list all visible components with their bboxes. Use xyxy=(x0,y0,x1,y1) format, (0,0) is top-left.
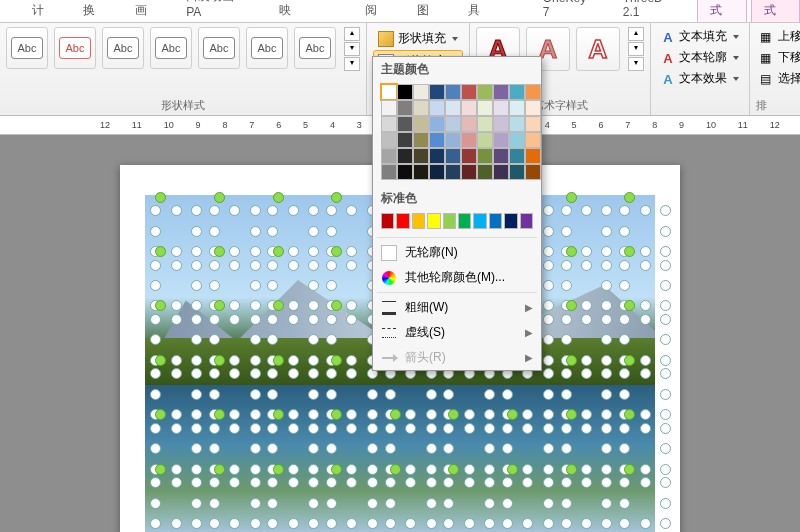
theme-swatch[interactable] xyxy=(397,84,413,100)
theme-swatch[interactable] xyxy=(525,100,541,116)
theme-swatch[interactable] xyxy=(397,100,413,116)
wa-up-icon[interactable]: ▴ xyxy=(628,27,644,41)
theme-swatch[interactable] xyxy=(445,100,461,116)
theme-swatch[interactable] xyxy=(461,164,477,180)
tab-transitions[interactable]: 切换 xyxy=(71,0,118,22)
theme-swatch[interactable] xyxy=(413,84,429,100)
shape-style-1[interactable]: Abc xyxy=(6,27,48,69)
theme-swatch[interactable] xyxy=(397,148,413,164)
tab-format-picture[interactable]: 格式 xyxy=(751,0,800,22)
resize-handle[interactable] xyxy=(660,368,671,379)
theme-swatch[interactable] xyxy=(461,100,477,116)
tab-review[interactable]: 审阅 xyxy=(353,0,400,22)
theme-swatch[interactable] xyxy=(493,148,509,164)
shape-style-6[interactable]: Abc xyxy=(246,27,288,69)
resize-handle[interactable] xyxy=(660,314,671,325)
theme-swatch[interactable] xyxy=(429,132,445,148)
resize-handle[interactable] xyxy=(660,423,671,434)
theme-swatch[interactable] xyxy=(477,164,493,180)
tab-threed[interactable]: ThreeD 2.1 xyxy=(611,0,693,22)
theme-swatch[interactable] xyxy=(493,132,509,148)
theme-swatch[interactable] xyxy=(397,164,413,180)
dashes-item[interactable]: 虚线(S) ▶ xyxy=(373,320,541,345)
theme-swatch[interactable] xyxy=(525,84,541,100)
theme-swatch[interactable] xyxy=(477,100,493,116)
resize-handle[interactable] xyxy=(660,205,671,216)
theme-swatch[interactable] xyxy=(477,84,493,100)
standard-swatch[interactable] xyxy=(396,213,409,229)
theme-swatch[interactable] xyxy=(381,132,397,148)
theme-swatch[interactable] xyxy=(477,116,493,132)
weight-item[interactable]: 粗细(W) ▶ xyxy=(373,295,541,320)
standard-swatch[interactable] xyxy=(427,213,440,229)
resize-handle[interactable] xyxy=(660,464,671,475)
tab-slideshow[interactable]: 幻灯片放映 xyxy=(267,0,349,22)
theme-swatch[interactable] xyxy=(461,148,477,164)
theme-swatch[interactable] xyxy=(445,84,461,100)
standard-swatch[interactable] xyxy=(504,213,517,229)
theme-swatch[interactable] xyxy=(509,148,525,164)
theme-swatch[interactable] xyxy=(397,132,413,148)
theme-swatch[interactable] xyxy=(413,132,429,148)
tab-pocket[interactable]: 口袋动画 PA xyxy=(174,0,263,22)
text-outline-button[interactable]: A文本轮廓 xyxy=(657,48,743,67)
text-fill-button[interactable]: A文本填充 xyxy=(657,27,743,46)
resize-handle[interactable] xyxy=(660,334,671,345)
tab-onekey[interactable]: OneKey 7 xyxy=(531,0,607,22)
resize-handle[interactable] xyxy=(660,260,671,271)
resize-handle[interactable] xyxy=(660,389,671,400)
theme-swatch[interactable] xyxy=(509,164,525,180)
theme-swatch[interactable] xyxy=(413,116,429,132)
resize-handle[interactable] xyxy=(660,246,671,257)
standard-swatch[interactable] xyxy=(520,213,533,229)
tab-developer[interactable]: 开发工具 xyxy=(456,0,527,22)
gallery-down-icon[interactable]: ▾ xyxy=(344,42,360,56)
selection-pane-button[interactable]: ▤选择窗格 xyxy=(756,69,800,88)
resize-handle[interactable] xyxy=(660,300,671,311)
send-backward-button[interactable]: ▦下移一层 xyxy=(756,48,800,67)
theme-swatch[interactable] xyxy=(461,84,477,100)
theme-swatch[interactable] xyxy=(381,164,397,180)
theme-swatch[interactable] xyxy=(509,100,525,116)
theme-swatch[interactable] xyxy=(525,132,541,148)
theme-swatch[interactable] xyxy=(381,116,397,132)
tab-format-drawing[interactable]: 格式 xyxy=(697,0,746,22)
shape-fill-button[interactable]: 形状填充 xyxy=(373,27,463,50)
theme-swatch[interactable] xyxy=(381,84,397,100)
theme-swatch[interactable] xyxy=(429,116,445,132)
theme-swatch[interactable] xyxy=(477,148,493,164)
shape-style-5[interactable]: Abc xyxy=(198,27,240,69)
theme-swatch[interactable] xyxy=(381,100,397,116)
resize-handle[interactable] xyxy=(660,226,671,237)
standard-swatch[interactable] xyxy=(473,213,486,229)
theme-swatch[interactable] xyxy=(477,132,493,148)
shape-style-3[interactable]: Abc xyxy=(102,27,144,69)
theme-swatch[interactable] xyxy=(445,132,461,148)
theme-swatch[interactable] xyxy=(493,100,509,116)
theme-swatch[interactable] xyxy=(461,132,477,148)
shape-style-gallery[interactable]: Abc Abc Abc Abc Abc Abc Abc ▴ ▾ ▾ xyxy=(6,27,360,71)
theme-swatch[interactable] xyxy=(509,116,525,132)
resize-handle[interactable] xyxy=(660,443,671,454)
theme-swatch[interactable] xyxy=(525,164,541,180)
resize-handle[interactable] xyxy=(660,280,671,291)
wordart-3[interactable]: A xyxy=(576,27,620,71)
tab-design[interactable]: 设计 xyxy=(20,0,67,22)
theme-swatch[interactable] xyxy=(413,100,429,116)
resize-handle[interactable] xyxy=(660,355,671,366)
theme-swatch[interactable] xyxy=(445,148,461,164)
theme-swatch[interactable] xyxy=(509,84,525,100)
standard-swatch[interactable] xyxy=(381,213,394,229)
theme-swatch[interactable] xyxy=(509,132,525,148)
shape-style-7[interactable]: Abc xyxy=(294,27,336,69)
more-colors-item[interactable]: 其他轮廓颜色(M)... xyxy=(373,265,541,290)
theme-swatch[interactable] xyxy=(429,84,445,100)
bring-forward-button[interactable]: ▦上移一层 xyxy=(756,27,800,46)
resize-handle[interactable] xyxy=(660,518,671,529)
shape-style-4[interactable]: Abc xyxy=(150,27,192,69)
theme-swatch[interactable] xyxy=(381,148,397,164)
shape-style-2[interactable]: Abc xyxy=(54,27,96,69)
standard-swatch[interactable] xyxy=(458,213,471,229)
wa-more-icon[interactable]: ▾ xyxy=(628,57,644,71)
theme-swatch[interactable] xyxy=(429,100,445,116)
